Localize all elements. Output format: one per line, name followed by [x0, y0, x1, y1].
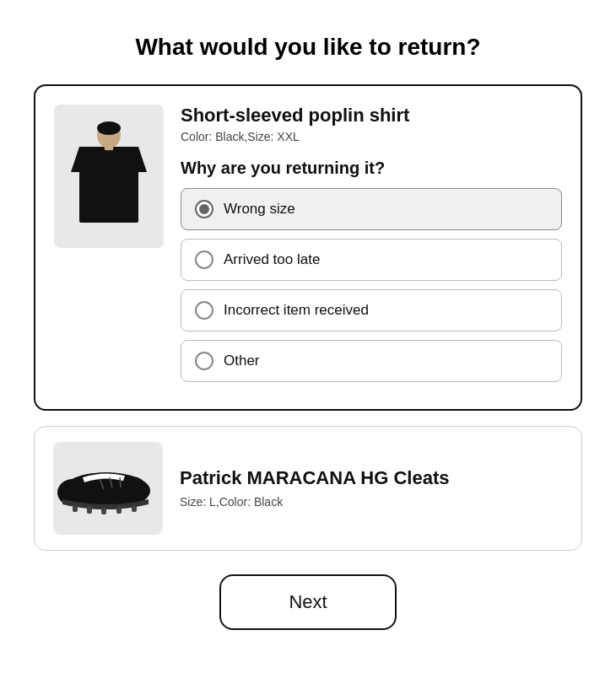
option-arrived-too-late-label: Arrived too late	[224, 251, 320, 268]
radio-arrived-too-late-icon	[195, 250, 213, 269]
product1-details: Short-sleeved poplin shirt Color: Black,…	[181, 105, 562, 390]
option-incorrect-item[interactable]: Incorrect item received	[181, 289, 562, 331]
svg-line-16	[120, 477, 121, 487]
product2-name: Patrick MARACANA HG Cleats	[180, 467, 449, 488]
next-button[interactable]: Next	[219, 574, 396, 630]
product1-meta: Color: Black,Size: XXL	[181, 130, 562, 143]
product1-card: Short-sleeved poplin shirt Color: Black,…	[34, 84, 582, 411]
product2-meta: Size: L,Color: Black	[180, 495, 283, 509]
radio-incorrect-item-icon	[195, 301, 213, 320]
svg-rect-12	[116, 507, 122, 514]
product2-details: Patrick MARACANA HG Cleats Size: L,Color…	[180, 467, 449, 509]
option-other-label: Other	[224, 353, 260, 369]
radio-other-icon	[195, 352, 213, 370]
product1-image	[54, 105, 164, 248]
svg-rect-9	[73, 505, 78, 512]
svg-rect-3	[79, 214, 138, 223]
svg-rect-0	[79, 147, 138, 223]
product2-image	[53, 442, 163, 535]
product2-card: Patrick MARACANA HG Cleats Size: L,Color…	[34, 426, 582, 551]
svg-rect-10	[87, 507, 92, 514]
shirt-svg	[71, 121, 147, 231]
svg-rect-13	[132, 505, 137, 512]
svg-point-5	[97, 121, 121, 135]
option-incorrect-item-label: Incorrect item received	[224, 302, 369, 319]
cleats-svg	[57, 459, 159, 518]
option-arrived-too-late[interactable]: Arrived too late	[181, 239, 562, 281]
radio-wrong-size-icon	[195, 200, 213, 218]
option-other[interactable]: Other	[181, 340, 562, 382]
option-wrong-size-label: Wrong size	[224, 201, 295, 218]
product1-name: Short-sleeved poplin shirt	[181, 105, 562, 127]
svg-rect-11	[101, 508, 106, 514]
option-wrong-size[interactable]: Wrong size	[181, 188, 562, 230]
return-question: Why are you returning it?	[181, 159, 562, 178]
page-title: What would you like to return?	[135, 34, 480, 61]
svg-rect-6	[105, 145, 113, 150]
